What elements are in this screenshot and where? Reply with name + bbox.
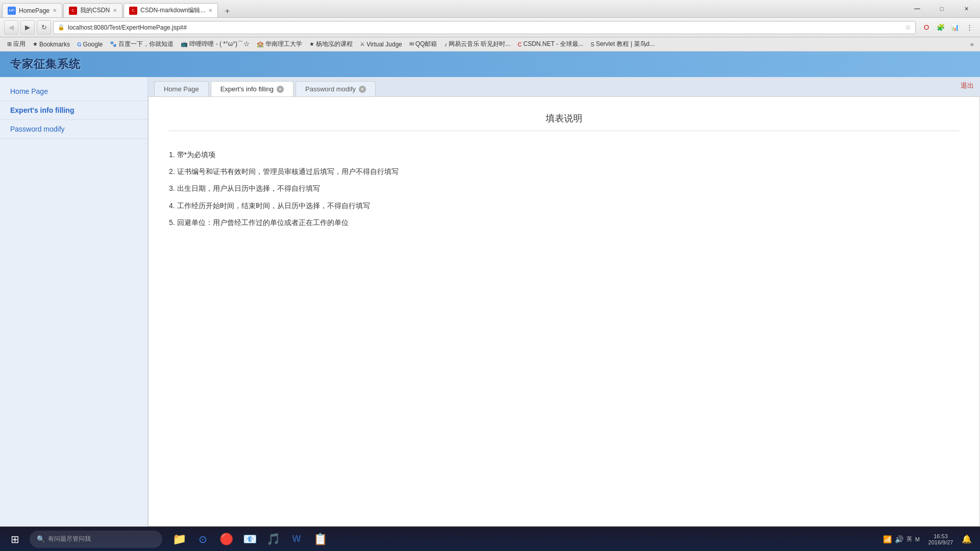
browser-tab-mycsdn[interactable]: C 我的CSDN ✕ — [63, 3, 122, 17]
windows-icon: ⊞ — [11, 533, 19, 545]
clock-date: 2016/9/27 — [928, 539, 953, 545]
bookmark-vj[interactable]: ⚔ Virtual Judge — [357, 40, 405, 49]
bookmarks-bar: ⊞ 应用 ★ Bookmarks G Google 🐾 百度一下，你就知道 📺 … — [0, 37, 980, 52]
bookmark-bilibili-label: 哔哩哔哩 - ( *°ω°)⌒☆ — [189, 40, 250, 48]
address-bar[interactable]: 🔒 localhost:8080/Test/ExpertHomePage.jsp… — [53, 21, 916, 34]
bookmark-apps-label: 应用 — [13, 40, 26, 48]
bookmark-scuec[interactable]: 🏫 华南理工大学 — [254, 39, 305, 49]
forward-button[interactable]: ▶ — [20, 20, 35, 35]
navigation-bar: ◀ ▶ ↻ 🔒 localhost:8080/Test/ExpertHomePa… — [0, 18, 980, 37]
stats-icon[interactable]: 📊 — [948, 21, 962, 34]
tab-favicon-csdn-md: C — [129, 7, 137, 15]
nav-more-icon[interactable]: ⋮ — [963, 21, 976, 34]
volume-icon[interactable]: 🔊 — [895, 535, 903, 543]
bookmark-163music[interactable]: ♪ 网易云音乐 听见好时... — [441, 39, 513, 49]
sidebar-item-home[interactable]: Home Page — [0, 82, 148, 101]
google-icon: G — [77, 41, 82, 47]
taskbar-apps: 📁 ⊙ 🔴 📧 🎵 W 📋 — [168, 529, 331, 550]
notification-icon: 🔔 — [962, 534, 972, 544]
bookmark-servlet-label: Servlet 教程 | 菜鸟d... — [596, 40, 654, 48]
bookmark-yangdi-label: 杨地泓的课程 — [316, 40, 353, 48]
page-tab-password-modify[interactable]: Password modify ✕ — [296, 81, 376, 96]
notification-button[interactable]: 🔔 — [958, 530, 976, 548]
site-header: 专家征集系统 — [0, 52, 980, 77]
taskbar-search-text: 有问题尽管问我 — [48, 535, 91, 543]
taskbar-app-word[interactable]: W — [286, 529, 307, 550]
tab-close-mycsdn[interactable]: ✕ — [113, 8, 117, 13]
sidebar-item-expert-info[interactable]: Expert's info filling — [0, 101, 148, 120]
tab-title-mycsdn: 我的CSDN — [80, 6, 110, 15]
title-bar: HP HomePage ✕ C 我的CSDN ✕ C CSDN-markdown… — [0, 0, 980, 18]
app3-icon: 🔴 — [219, 533, 233, 546]
bookmark-bilibili[interactable]: 📺 哔哩哔哩 - ( *°ω°)⌒☆ — [178, 39, 253, 49]
close-button[interactable]: ✕ — [954, 2, 978, 16]
lock-icon: 🔒 — [58, 24, 65, 31]
taskbar-app-5[interactable]: 🎵 — [262, 529, 284, 550]
bookmark-baidu[interactable]: 🐾 百度一下，你就知道 — [107, 39, 177, 49]
page-tab-expert-info-close[interactable]: ✕ — [277, 86, 284, 93]
taskbar-app-7[interactable]: 📋 — [309, 529, 331, 550]
site-title: 专家征集系统 — [10, 57, 81, 72]
taskbar-app-file-explorer[interactable]: 📁 — [168, 529, 190, 550]
bookmark-yangdi[interactable]: ★ 杨地泓的课程 — [306, 39, 356, 49]
browser-tab-homepage[interactable]: HP HomePage ✕ — [2, 3, 62, 17]
apps-icon: ⊞ — [7, 41, 12, 47]
minimize-button[interactable]: ─ — [905, 2, 929, 16]
logout-button[interactable]: 退出 — [961, 81, 974, 90]
language-indicator[interactable]: 英 — [906, 535, 912, 543]
page-tab-expert-info[interactable]: Expert's info filling ✕ — [211, 81, 293, 96]
page-tab-password-close[interactable]: ✕ — [359, 86, 366, 93]
bookmark-qq-label: QQ邮箱 — [415, 40, 437, 48]
taskbar-search[interactable]: 🔍 有问题尽管问我 — [30, 531, 162, 548]
instruction-item-2: 证书编号和证书有效时间，管理员审核通过后填写，用户不得自行填写 — [169, 163, 959, 180]
page-tab-home[interactable]: Home Page — [154, 81, 209, 96]
bookmark-servlet[interactable]: S Servlet 教程 | 菜鸟d... — [587, 39, 658, 49]
form-instructions: 填表说明 带*为必填项 证书编号和证书有效时间，管理员审核通过后填写，用户不得自… — [149, 97, 979, 246]
star-icon: ★ — [33, 41, 38, 47]
bookmarks-more-button[interactable]: » — [968, 39, 976, 49]
bookmark-star-icon[interactable]: ☆ — [905, 23, 911, 31]
system-tray: 📶 🔊 英 M — [883, 535, 920, 543]
wifi-icon[interactable]: 📶 — [883, 535, 892, 543]
opera-icon[interactable]: O — [920, 21, 933, 34]
back-button[interactable]: ◀ — [4, 20, 18, 35]
bookmark-csdnnet[interactable]: C CSDN.NET - 全球最... — [514, 39, 586, 49]
main-area: Home Page Expert's info filling Password… — [0, 77, 980, 527]
extension-icon[interactable]: 🧩 — [934, 21, 947, 34]
taskbar-app-4[interactable]: 📧 — [239, 529, 260, 550]
browser-tab-bar: HP HomePage ✕ C 我的CSDN ✕ C CSDN-markdown… — [2, 0, 901, 17]
app4-icon: 📧 — [243, 533, 257, 546]
page-content: 专家征集系统 Home Page Expert's info filling P… — [0, 52, 980, 527]
new-tab-button[interactable]: + — [221, 5, 233, 17]
refresh-button[interactable]: ↻ — [37, 20, 51, 35]
bookmark-bookmarks[interactable]: ★ Bookmarks — [30, 40, 73, 49]
tab-content-area: 填表说明 带*为必填项 证书编号和证书有效时间，管理员审核通过后填写，用户不得自… — [148, 97, 980, 527]
taskbar-app-chrome[interactable]: ⊙ — [192, 529, 213, 550]
taskbar-app-3[interactable]: 🔴 — [215, 529, 237, 550]
tab-favicon-homepage: HP — [8, 7, 16, 15]
music-icon: ♪ — [444, 41, 447, 47]
maximize-button[interactable]: □ — [930, 2, 953, 16]
bookmark-google-label: Google — [83, 41, 103, 48]
bookmark-baidu-label: 百度一下，你就知道 — [118, 40, 174, 48]
tab-close-homepage[interactable]: ✕ — [53, 8, 57, 13]
instruction-item-5: 回避单位：用户曾经工作过的单位或者正在工作的单位 — [169, 214, 959, 231]
start-button[interactable]: ⊞ — [4, 529, 26, 550]
bookmark-qq[interactable]: ✉ QQ邮箱 — [406, 39, 440, 49]
tab-close-csdn-md[interactable]: ✕ — [208, 8, 212, 13]
page-tab-expert-info-label: Expert's info filling — [220, 85, 274, 93]
browser-tab-csdn-md[interactable]: C CSDN-markdown编辑... ✕ — [124, 3, 218, 17]
app7-icon: 📋 — [313, 533, 327, 546]
bookmark-google[interactable]: G Google — [74, 40, 106, 49]
input-method-indicator[interactable]: M — [915, 536, 920, 542]
content-area: 退出 Home Page Expert's info filling ✕ Pas… — [148, 77, 980, 527]
csdn-globe-icon: C — [518, 41, 522, 47]
course-icon: ★ — [309, 41, 314, 47]
bookmark-apps[interactable]: ⊞ 应用 — [4, 39, 29, 49]
clock[interactable]: 16:53 2016/9/27 — [928, 533, 953, 545]
window-controls: ─ □ ✕ — [905, 2, 978, 16]
sidebar-item-password[interactable]: Password modify — [0, 120, 148, 139]
search-icon: 🔍 — [37, 535, 45, 543]
taskbar: ⊞ 🔍 有问题尽管问我 📁 ⊙ 🔴 📧 🎵 W — [0, 527, 980, 551]
sidebar-link-home: Home Page — [10, 87, 48, 95]
